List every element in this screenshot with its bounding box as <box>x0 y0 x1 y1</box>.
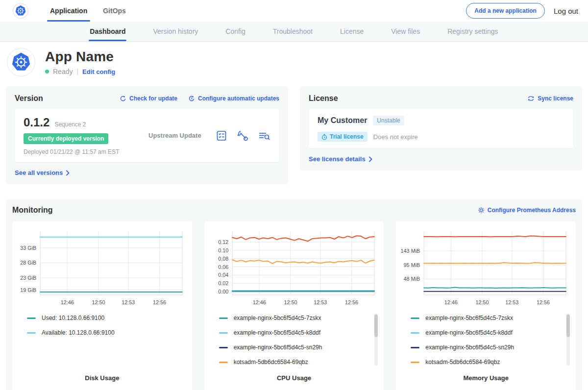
legend-scrollbar[interactable] <box>374 314 378 366</box>
tab-version-history[interactable]: Version history <box>152 22 199 41</box>
legend-label: kotsadm-5db6dc6584-69qbz <box>234 359 308 366</box>
legend-swatch <box>219 332 228 334</box>
chevron-right-icon <box>368 156 372 162</box>
preflight-checks-icon[interactable] <box>216 130 227 142</box>
topnav-item-application[interactable]: Application <box>42 0 95 22</box>
cpu-usage-chart-card: 0.120.100.080.060.040.020.0012:4612:5012… <box>204 221 384 390</box>
y-axis-tick: 0.06 <box>218 264 228 270</box>
configure-prometheus-link[interactable]: Configure Prometheus Address <box>478 207 576 214</box>
legend-swatch <box>219 347 228 348</box>
y-axis-tick: 0.10 <box>218 247 228 253</box>
legend-item: example-nginx-5bc6f5d4c5-sn29h <box>219 344 371 351</box>
config-wrench-icon[interactable] <box>236 130 249 142</box>
sync-icon <box>527 95 535 102</box>
legend-swatch <box>411 362 419 363</box>
legend-label: example-nginx-5bc6f5d4c5-7zskx <box>425 315 513 321</box>
series-line <box>232 260 374 264</box>
tab-dashboard[interactable]: Dashboard <box>89 22 126 41</box>
tab-config-label: Config <box>225 27 245 35</box>
legend-item: Used: 10.128.0.66:9100 <box>27 315 179 321</box>
y-axis-tick: 0.04 <box>218 272 228 278</box>
y-axis-tick: 143 MiB <box>401 248 420 254</box>
legend-label: example-nginx-5bc6f5d4c5-k8ddf <box>425 329 512 336</box>
legend-swatch <box>411 347 419 348</box>
sync-license-link[interactable]: Sync license <box>527 95 573 102</box>
app-icon <box>7 48 35 76</box>
memory-usage-chart-card: 143 MiB95 MiB48 MiB12:4612:5012:5312:56 … <box>396 221 576 390</box>
app-status: Ready <box>53 68 73 75</box>
configure-automatic-updates-link[interactable]: Configure automatic updates <box>188 95 279 102</box>
version-card-title: Version <box>15 94 43 103</box>
tab-view-files[interactable]: View files <box>390 22 421 41</box>
memory-usage-legend: example-nginx-5bc6f5d4c5-7zskxexample-ng… <box>396 311 576 374</box>
view-logs-icon[interactable] <box>258 130 270 142</box>
legend-item: example-nginx-5bc6f5d4c5-k8ddf <box>219 329 371 336</box>
kubernetes-logo-icon[interactable] <box>13 3 28 19</box>
license-expiry: Does not expire <box>373 133 418 141</box>
legend-item: Available: 10.128.0.66:9100 <box>27 329 179 336</box>
disk-usage-chart-card: 33 GiB28 GiB23 GiB19 GiB12:4612:5012:531… <box>12 221 192 390</box>
series-line <box>424 263 566 264</box>
y-axis-tick: 0.12 <box>218 239 228 245</box>
tab-view-files-label: View files <box>391 27 420 35</box>
topnav-item-gitops[interactable]: GitOps <box>95 0 134 22</box>
logout-button[interactable]: Log out <box>554 7 578 15</box>
y-axis-tick: 48 MiB <box>404 276 420 282</box>
legend-swatch <box>219 362 228 363</box>
see-license-details-link[interactable]: See license details <box>309 155 573 163</box>
channel-badge: Unstable <box>373 116 404 125</box>
refresh-icon <box>120 95 126 102</box>
see-all-versions-label: See all versions <box>15 169 63 176</box>
legend-scrollbar-thumb[interactable] <box>374 315 378 337</box>
see-all-versions-link[interactable]: See all versions <box>15 169 279 176</box>
legend-label: example-nginx-5bc6f5d4c5-sn29h <box>425 344 514 351</box>
customer-name: My Customer <box>318 116 367 125</box>
disk-usage-title: Disk Usage <box>12 374 192 382</box>
legend-label: example-nginx-5bc6f5d4c5-k8ddf <box>234 329 320 336</box>
x-axis-tick: 12:56 <box>345 299 358 305</box>
legend-label: example-nginx-5bc6f5d4c5-sn29h <box>234 344 322 351</box>
tab-config[interactable]: Config <box>224 22 246 41</box>
legend-item: example-nginx-5bc6f5d4c5-sn29h <box>411 344 563 351</box>
version-sequence: Sequence 2 <box>54 121 86 128</box>
license-card-title: License <box>309 94 338 103</box>
x-axis-tick: 12:53 <box>122 299 135 305</box>
legend-label: kotsadm-5db6dc6584-69qbz <box>425 359 500 366</box>
legend-item: kotsadm-5db6dc6584-69qbz <box>411 359 563 366</box>
y-axis-tick: 0.00 <box>218 289 228 294</box>
tab-version-history-label: Version history <box>153 27 198 35</box>
x-axis-tick: 12:46 <box>61 299 74 305</box>
monitoring-section: Monitoring Configure Prometheus Address … <box>6 199 582 390</box>
license-card: License Sync license My Customer Unstabl… <box>300 86 582 171</box>
gear-icon <box>478 207 485 214</box>
legend-scrollbar-thumb[interactable] <box>566 315 570 337</box>
tab-troubleshoot-label: Troubleshoot <box>273 27 313 35</box>
tab-license[interactable]: License <box>339 22 365 41</box>
memory-usage-plot: 143 MiB95 MiB48 MiB12:4612:5012:5312:56 <box>396 226 576 311</box>
check-for-update-label: Check for update <box>129 95 177 102</box>
legend-swatch <box>27 332 36 334</box>
edit-config-link[interactable]: Edit config <box>82 68 115 75</box>
legend-swatch <box>411 317 419 319</box>
auto-update-icon <box>188 95 195 102</box>
add-application-button[interactable]: Add a new application <box>466 3 545 19</box>
legend-item: example-nginx-5bc6f5d4c5-k8ddf <box>411 329 563 336</box>
topnav-application-label: Application <box>50 7 87 15</box>
stopwatch-icon <box>321 134 327 140</box>
y-axis-tick: 33 GiB <box>20 245 36 251</box>
legend-swatch <box>27 317 36 319</box>
tab-registry-settings[interactable]: Registry settings <box>446 22 499 41</box>
top-nav: Application GitOps Add a new application… <box>0 0 588 22</box>
app-header: App Name Ready | Edit config <box>0 42 588 82</box>
legend-scrollbar[interactable] <box>566 314 570 366</box>
see-license-details-label: See license details <box>309 155 366 163</box>
tab-troubleshoot[interactable]: Troubleshoot <box>272 22 314 41</box>
x-axis-tick: 12:46 <box>444 299 458 305</box>
legend-swatch <box>411 332 419 334</box>
cpu-usage-title: CPU Usage <box>204 374 384 382</box>
check-for-update-link[interactable]: Check for update <box>120 95 177 102</box>
legend-item: example-nginx-5bc6f5d4c5-7zskx <box>219 315 371 321</box>
monitoring-title: Monitoring <box>12 206 53 215</box>
x-axis-tick: 12:56 <box>153 299 166 305</box>
version-card: Version Check for update Configure autom… <box>6 86 288 184</box>
